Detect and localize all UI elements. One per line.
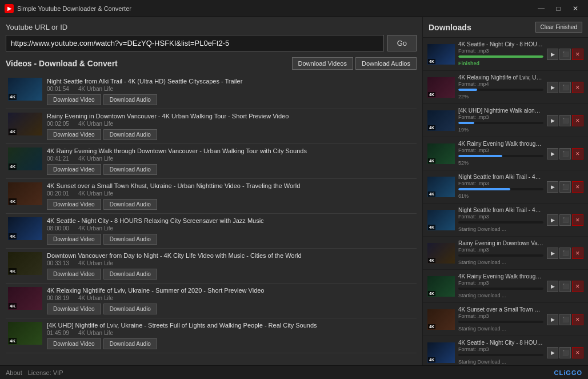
play-pause-btn[interactable]: ▶ [547, 49, 558, 60]
stop-btn[interactable]: ⬛ [559, 281, 571, 292]
download-title: Rainy Evening in Downtown Vancouver ... [458, 240, 543, 246]
header-buttons: Download Videos Download Audios [292, 57, 417, 70]
license-link[interactable]: License: VIP [28, 369, 63, 376]
about-link[interactable]: About [6, 369, 22, 376]
stop-btn[interactable]: ⬛ [559, 181, 571, 193]
stop-btn[interactable]: ⬛ [559, 115, 571, 126]
download-audio-btn[interactable]: Download Audio [103, 129, 157, 140]
video-buttons: Download Video Download Audio [47, 338, 414, 349]
download-video-btn[interactable]: Download Video [47, 129, 101, 140]
video-duration: 00:41:21 [47, 155, 69, 162]
download-video-btn[interactable]: Download Video [47, 338, 101, 349]
cancel-btn[interactable]: ✕ [572, 248, 583, 259]
download-thumbnail: 4K [427, 177, 455, 197]
video-item: 4K 4K Sunset over a Small Town Khust, Uk… [6, 179, 417, 214]
download-thumbnail: 4K [427, 77, 455, 98]
download-video-btn[interactable]: Download Video [47, 304, 101, 314]
maximize-button[interactable]: □ [550, 3, 566, 14]
play-pause-btn[interactable]: ▶ [547, 115, 558, 126]
download-format: Format: .mp3 [458, 280, 543, 286]
download-audio-btn[interactable]: Download Audio [103, 338, 157, 349]
clear-finished-button[interactable]: Clear Finished [535, 22, 582, 33]
video-thumbnail: 4K [8, 113, 42, 135]
go-button[interactable]: Go [387, 35, 417, 51]
cancel-btn[interactable]: ✕ [572, 281, 583, 292]
video-meta: 00:41:21 4K Urban Life [47, 155, 414, 162]
download-status: Starting Download ... [458, 359, 506, 365]
download-videos-btn[interactable]: Download Videos [292, 57, 353, 70]
cancel-btn[interactable]: ✕ [572, 148, 583, 159]
videos-title: Videos - Download & Convert [6, 59, 118, 68]
url-input[interactable] [6, 35, 384, 51]
4k-badge: 4K [9, 163, 17, 170]
download-audio-btn[interactable]: Download Audio [103, 304, 157, 314]
stop-btn[interactable]: ⬛ [559, 314, 571, 325]
video-info: Rainy Evening in Downtown Vancouver - 4K… [47, 113, 414, 140]
title-bar: ▶ Simple Youtube Downloader & Converter … [0, 0, 588, 17]
4k-badge: 4K [428, 324, 435, 329]
progress-bar-container [458, 155, 543, 157]
stop-btn[interactable]: ⬛ [559, 214, 571, 226]
4k-badge: 4K [9, 268, 17, 274]
progress-bar [458, 89, 477, 91]
download-video-btn[interactable]: Download Video [47, 234, 101, 245]
play-pause-btn[interactable]: ▶ [547, 148, 558, 159]
4k-badge: 4K [9, 129, 17, 135]
download-video-btn[interactable]: Download Video [47, 164, 101, 175]
download-status: 22% [458, 94, 469, 99]
download-video-btn[interactable]: Download Video [47, 94, 101, 105]
download-format: Format: .mp3 [458, 247, 543, 253]
stop-btn[interactable]: ⬛ [559, 347, 571, 358]
download-audio-btn[interactable]: Download Audio [103, 199, 157, 210]
download-status: Starting Download ... [458, 326, 506, 332]
video-info: 4K Seattle - Night City - 8 HOURS Relaxi… [47, 217, 414, 245]
stop-btn[interactable]: ⬛ [559, 248, 571, 259]
download-audio-btn[interactable]: Download Audio [103, 234, 157, 245]
video-item: 4K 4K Seattle - Night City - 8 HOURS Rel… [6, 214, 417, 249]
video-item: 4K 4K Relaxing Nightlife of Lviv, Ukrain… [6, 284, 417, 318]
play-pause-btn[interactable]: ▶ [547, 248, 558, 259]
video-channel: 4K Urban Life [78, 155, 113, 162]
download-format: Format: .mp3 [458, 181, 543, 186]
play-pause-btn[interactable]: ▶ [547, 314, 558, 325]
app-title: Simple Youtube Downloader & Converter [17, 5, 533, 12]
close-button[interactable]: ✕ [567, 3, 583, 14]
cancel-btn[interactable]: ✕ [572, 82, 583, 93]
download-audios-btn[interactable]: Download Audios [355, 57, 417, 70]
download-audio-btn[interactable]: Download Audio [103, 269, 157, 280]
video-meta: 01:45:09 4K Urban Life [47, 330, 414, 336]
download-status: Starting Download ... [458, 226, 506, 232]
download-audio-btn[interactable]: Download Audio [103, 94, 157, 105]
cancel-btn[interactable]: ✕ [572, 181, 583, 193]
play-pause-btn[interactable]: ▶ [547, 82, 558, 93]
stop-btn[interactable]: ⬛ [559, 49, 571, 60]
video-duration: 08:00:00 [47, 225, 69, 232]
video-buttons: Download Video Download Audio [47, 304, 414, 314]
progress-bar [458, 188, 510, 190]
download-video-btn[interactable]: Download Video [47, 199, 101, 210]
video-info: [4K UHD] Nightlife of Lviv, Ukraine - St… [47, 322, 414, 349]
play-pause-btn[interactable]: ▶ [547, 347, 558, 358]
cancel-btn[interactable]: ✕ [572, 214, 583, 226]
download-item: 4K Night Seattle from Alki Trail - 4K (U… [423, 170, 588, 204]
play-pause-btn[interactable]: ▶ [547, 281, 558, 292]
stop-btn[interactable]: ⬛ [559, 82, 571, 93]
download-video-btn[interactable]: Download Video [47, 269, 101, 280]
download-audio-btn[interactable]: Download Audio [103, 164, 157, 175]
play-pause-btn[interactable]: ▶ [547, 214, 558, 226]
stop-btn[interactable]: ⬛ [559, 148, 571, 159]
cancel-btn[interactable]: ✕ [572, 49, 583, 60]
video-buttons: Download Video Download Audio [47, 199, 414, 210]
cancel-btn[interactable]: ✕ [572, 314, 583, 325]
video-channel: 4K Urban Life [78, 260, 113, 266]
4k-badge: 4K [428, 125, 435, 130]
video-duration: 00:33:13 [47, 260, 69, 266]
cancel-btn[interactable]: ✕ [572, 347, 583, 358]
progress-bar-container [458, 89, 543, 91]
left-panel: Youtube URL or ID Go Videos - Download &… [0, 17, 422, 365]
download-thumbnail: 4K [427, 143, 455, 164]
minimize-button[interactable]: — [533, 3, 549, 14]
download-title: 4K Rainy Evening Walk through Downto... [458, 141, 543, 147]
cancel-btn[interactable]: ✕ [572, 115, 583, 126]
play-pause-btn[interactable]: ▶ [547, 181, 558, 193]
